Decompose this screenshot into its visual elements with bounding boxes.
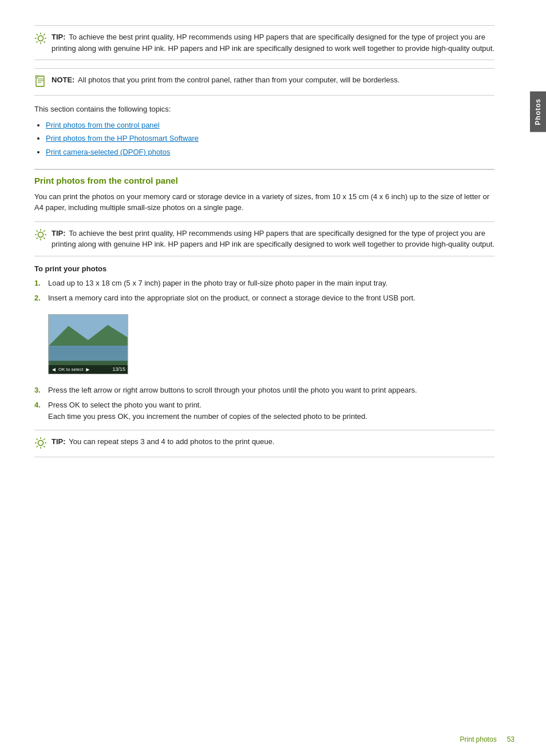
step-3: 3. Press the left arrow or right arrow b… (34, 385, 494, 396)
note-icon (34, 75, 47, 89)
photo-bar-left: ◄ OK to select ► (51, 366, 90, 373)
sidebar-label: Photos (534, 98, 542, 125)
step-text-3: Press the left arrow or right arrow butt… (48, 385, 494, 396)
tip-text-3: You can repeat steps 3 and 4 to add phot… (69, 437, 274, 446)
svg-line-39 (37, 446, 38, 448)
tip-box-2: TIP: To achieve the best print quality, … (34, 221, 494, 256)
tip-label-1: TIP: (52, 33, 66, 41)
svg-line-21 (43, 238, 45, 239)
tip-content-3: TIP: You can repeat steps 3 and 4 to add… (52, 436, 275, 448)
main-content: TIP: To achieve the best print quality, … (34, 17, 494, 733)
svg-point-15 (38, 232, 43, 237)
section-body-1: You can print the photos on your memory … (34, 191, 494, 213)
svg-line-36 (37, 439, 38, 440)
photo-display: ◄ OK to select ► 13/15 (48, 314, 128, 374)
page-container: Photos TIP: To achi (0, 0, 546, 756)
intro-text: This section contains the following topi… (34, 104, 494, 115)
photo-bar: ◄ OK to select ► 13/15 (49, 365, 128, 374)
step-subtext-4: Each time you press OK, you increment th… (48, 412, 367, 421)
step-text-2: Insert a memory card into the appropriat… (48, 292, 494, 304)
step-4: 4. Press OK to select the photo you want… (34, 399, 494, 422)
page-footer: Print photos 53 (460, 735, 515, 743)
tip-text-1: To achieve the best print quality, HP re… (52, 33, 494, 53)
note-document-icon (34, 75, 47, 88)
photo-display-inner: ◄ OK to select ► 13/15 (49, 315, 128, 374)
svg-line-38 (43, 439, 45, 440)
footer-page: 53 (507, 735, 515, 743)
svg-line-20 (37, 230, 38, 231)
procedure-steps-2: 3. Press the left arrow or right arrow b… (34, 385, 494, 422)
tip-content-1: TIP: To achieve the best print quality, … (52, 31, 494, 54)
svg-rect-26 (49, 346, 127, 362)
note-box-1: NOTE: All photos that you print from the… (34, 68, 494, 96)
step-text-4: Press OK to select the photo you want to… (48, 401, 201, 409)
step-num-3: 3. (34, 385, 48, 396)
svg-point-0 (38, 36, 43, 41)
tip-box-1: TIP: To achieve the best print quality, … (34, 25, 494, 60)
section-heading-control-panel: Print photos from the control panel (34, 169, 494, 185)
topic-links-list: Print photos from the control panel Prin… (46, 120, 494, 159)
photo-counter: 13/15 (112, 366, 125, 372)
footer-label: Print photos (460, 735, 497, 743)
ok-label: OK to select (58, 367, 84, 372)
svg-line-8 (37, 41, 38, 42)
svg-point-31 (38, 441, 43, 446)
right-arrow-icon: ► (85, 366, 90, 373)
tip-content-2: TIP: To achieve the best print quality, … (52, 228, 494, 250)
link-dpof[interactable]: Print camera-selected (DPOF) photos (46, 148, 170, 156)
tip-label-2: TIP: (52, 229, 66, 238)
tip-sun-icon-2 (34, 228, 47, 241)
tip-icon-2 (34, 228, 47, 243)
left-arrow-icon: ◄ (51, 366, 57, 373)
link-control-panel[interactable]: Print photos from the control panel (46, 121, 160, 129)
link-hp-software[interactable]: Print photos from the HP Photosmart Soft… (46, 134, 199, 143)
procedure-heading: To print your photos (34, 264, 494, 273)
step-content-4: Press OK to select the photo you want to… (48, 399, 494, 422)
procedure-steps: 1. Load up to 13 x 18 cm (5 x 7 inch) pa… (34, 278, 494, 304)
tip-sun-icon-3 (34, 437, 47, 449)
step-num-2: 2. (34, 292, 48, 304)
tip-icon-3 (34, 437, 47, 451)
step-1: 1. Load up to 13 x 18 cm (5 x 7 inch) pa… (34, 278, 494, 289)
svg-line-22 (43, 230, 45, 231)
note-label-1: NOTE: (52, 76, 74, 84)
list-item-3: Print camera-selected (DPOF) photos (46, 147, 494, 159)
tip-box-3: TIP: You can repeat steps 3 and 4 to add… (34, 430, 494, 457)
note-text-1: All photos that you print from the contr… (78, 76, 399, 84)
svg-line-7 (43, 34, 45, 35)
list-item-2: Print photos from the HP Photosmart Soft… (46, 133, 494, 145)
step-num-4: 4. (34, 399, 48, 411)
svg-line-23 (37, 238, 38, 239)
sidebar-tab: Photos (530, 92, 546, 132)
svg-line-5 (37, 34, 38, 35)
tip-text-2: To achieve the best print quality, HP re… (52, 229, 494, 249)
step-text-1: Load up to 13 x 18 cm (5 x 7 inch) paper… (48, 278, 494, 289)
tip-label-3: TIP: (52, 437, 66, 446)
list-item-1: Print photos from the control panel (46, 120, 494, 132)
note-content-1: NOTE: All photos that you print from the… (52, 74, 399, 86)
step-num-1: 1. (34, 278, 48, 289)
tip-sun-icon (34, 32, 47, 45)
svg-line-6 (43, 41, 45, 42)
step-2: 2. Insert a memory card into the appropr… (34, 292, 494, 304)
tip-icon-1 (34, 32, 47, 46)
svg-line-37 (43, 446, 45, 448)
